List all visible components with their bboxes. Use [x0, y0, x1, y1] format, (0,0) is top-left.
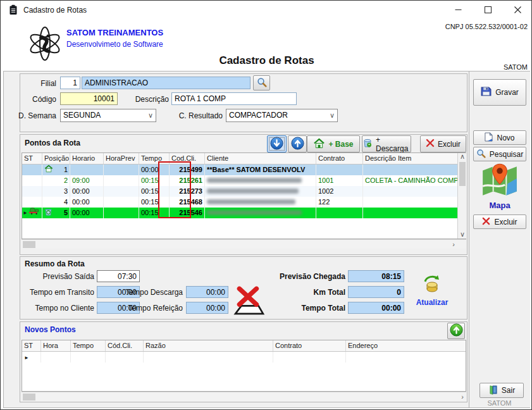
- col-codcli[interactable]: Cod.Cli.: [170, 153, 205, 164]
- col-descricao-item[interactable]: Descrição Item: [363, 153, 458, 164]
- cell-contrato: [316, 208, 363, 218]
- table-row[interactable]: ►: [22, 352, 466, 363]
- novos-add-up-button[interactable]: [447, 323, 465, 339]
- minimize-button[interactable]: [446, 1, 470, 18]
- move-down-button[interactable]: [267, 135, 287, 152]
- mapa-button[interactable]: Mapa: [472, 163, 528, 213]
- house-icon: [313, 138, 325, 151]
- col-codcli[interactable]: Cód.Cli.: [106, 340, 144, 351]
- circle-down-icon: [270, 137, 283, 152]
- scroll-right-icon[interactable]: ›: [452, 241, 455, 247]
- col-razao[interactable]: Razão: [144, 340, 273, 351]
- cell-tempo: 00:00: [139, 165, 170, 175]
- novos-grid-header: ST Hora Tempo Cód.Cli. Razão Contrato En…: [22, 340, 466, 352]
- add-descarga-button[interactable]: + Descarga: [362, 135, 411, 152]
- scroll-up-icon[interactable]: ∧: [458, 153, 467, 161]
- scroll-right-icon[interactable]: ›: [461, 394, 464, 400]
- col-horaprev[interactable]: HoraPrev: [104, 153, 139, 164]
- company-subtitle: Desenvolvimeto de Software: [66, 39, 163, 50]
- table-row[interactable]: 4 00:00 00:15 215468 122: [22, 197, 466, 208]
- atualizar-button[interactable]: Atualizar: [405, 274, 459, 307]
- tempo-cliente-label: Tempo no Cliente: [25, 302, 94, 314]
- descricao-field[interactable]: ROTA 1 COMP: [171, 92, 297, 105]
- table-row[interactable]: 1 00:00 215499 **Base** SATOM DESENVOLV: [22, 165, 466, 175]
- sair-button[interactable]: Sair: [479, 383, 524, 398]
- close-button[interactable]: [505, 1, 529, 18]
- tempo-descarga-label: Tempo Descarga: [122, 287, 183, 298]
- col-horario[interactable]: Horario: [70, 153, 104, 164]
- window-title: Cadastro de Rotas: [23, 4, 87, 16]
- sair-label: Sair: [502, 386, 515, 395]
- atualizar-label: Atualizar: [405, 298, 459, 307]
- tempo-descarga-field: 00:00: [186, 286, 228, 298]
- cell-posicao: 4: [42, 197, 70, 208]
- col-st[interactable]: ST: [22, 340, 41, 351]
- c-resultado-select[interactable]: COMPACTADOR ∨: [226, 109, 338, 122]
- cell-horaprev: [104, 175, 139, 186]
- filial-label: Filial: [22, 78, 56, 89]
- hscroll-thumb[interactable]: [23, 241, 35, 248]
- c-resultado-value: COMPACTADOR: [229, 109, 288, 121]
- cell-codcli: 215499: [170, 165, 205, 175]
- cell-descricao: [363, 197, 458, 208]
- d-semana-value: SEGUNDA: [63, 109, 101, 121]
- mapa-label: Mapa: [472, 201, 528, 210]
- novos-grid-hscrollbar[interactable]: ›: [22, 392, 466, 401]
- move-up-button[interactable]: [288, 135, 307, 152]
- cell-cliente: **Base** SATOM DESENVOLV: [205, 165, 316, 175]
- page-title: Cadastro de Rotas: [1, 54, 532, 67]
- pontos-grid-hscrollbar[interactable]: ›: [22, 239, 466, 249]
- tempo-refeicao-field: 00:00: [186, 302, 228, 314]
- col-st[interactable]: ST: [22, 153, 42, 164]
- novo-button[interactable]: Novo: [473, 130, 526, 145]
- cell-posicao: 1: [64, 165, 68, 175]
- chevron-down-icon: ∨: [148, 109, 153, 121]
- app-window: Cadastro de Rotas SATOM TREINAMENTOS Des…: [0, 0, 532, 410]
- col-posicao[interactable]: Posição: [42, 153, 70, 164]
- col-tempo[interactable]: Tempo: [139, 153, 170, 164]
- table-row[interactable]: 2 09:00 00:15 215261 1001 COLETA - CAMIN…: [22, 175, 466, 186]
- refresh-database-icon: [422, 287, 442, 297]
- filial-lookup-button[interactable]: [253, 75, 270, 90]
- cell-contrato: 1001: [316, 175, 363, 186]
- cell-posicao: 5: [64, 208, 68, 218]
- col-tempo[interactable]: Tempo: [71, 340, 106, 351]
- add-base-button[interactable]: + Base: [307, 135, 360, 152]
- cancel-stamp-icon[interactable]: [233, 284, 265, 316]
- pontos-grid-vscrollbar[interactable]: ∧ ∨: [457, 153, 467, 239]
- col-contrato[interactable]: Contrato: [316, 153, 363, 164]
- km-total-field: 0: [348, 286, 404, 298]
- hscroll-thumb[interactable]: [23, 394, 35, 401]
- table-row[interactable]: ► 5 00:00 00:15 215546: [22, 208, 466, 218]
- cell-tempo: 00:15: [139, 197, 170, 208]
- filial-code-field[interactable]: 1: [60, 77, 80, 89]
- pesquisar-label: Pesquisar: [490, 150, 523, 159]
- d-semana-select[interactable]: SEGUNDA ∨: [60, 109, 156, 122]
- new-document-icon: [485, 132, 493, 144]
- col-cliente[interactable]: Cliente: [205, 153, 316, 164]
- table-row[interactable]: 3 00:00 00:15 215273 1002: [22, 186, 466, 197]
- pontos-grid: ST Posição Horario HoraPrev Tempo Cod.Cl…: [22, 152, 466, 239]
- green-circle-up-icon: [450, 323, 463, 339]
- vscroll-thumb[interactable]: [459, 162, 466, 186]
- maximize-button[interactable]: [476, 1, 500, 18]
- filial-name-field[interactable]: ADMINISTRACAO: [82, 77, 251, 89]
- pesquisar-button[interactable]: Pesquisar: [473, 147, 526, 161]
- cell-horario: 00:00: [70, 186, 104, 197]
- cell-horario: 00:00: [70, 208, 104, 218]
- recycle-bin-icon: [44, 208, 53, 218]
- red-x-icon: [482, 217, 490, 227]
- scroll-down-icon[interactable]: ∨: [458, 231, 467, 237]
- codigo-field[interactable]: 10001: [60, 92, 118, 105]
- col-hora[interactable]: Hora: [41, 340, 71, 351]
- col-endereco[interactable]: Endereço: [346, 340, 458, 351]
- col-contrato[interactable]: Contrato: [273, 340, 346, 351]
- cell-codcli: 215468: [170, 197, 205, 208]
- add-descarga-label: + Descarga: [376, 135, 411, 153]
- km-total-label: Km Total: [273, 287, 345, 298]
- gravar-button[interactable]: Gravar: [473, 79, 526, 106]
- sidebar-excluir-button[interactable]: Excluir: [473, 214, 526, 229]
- previsao-saida-field[interactable]: 07:30: [97, 270, 140, 282]
- pontos-excluir-button[interactable]: Excluir: [420, 135, 466, 152]
- pontos-title: Pontos da Rota: [25, 139, 80, 147]
